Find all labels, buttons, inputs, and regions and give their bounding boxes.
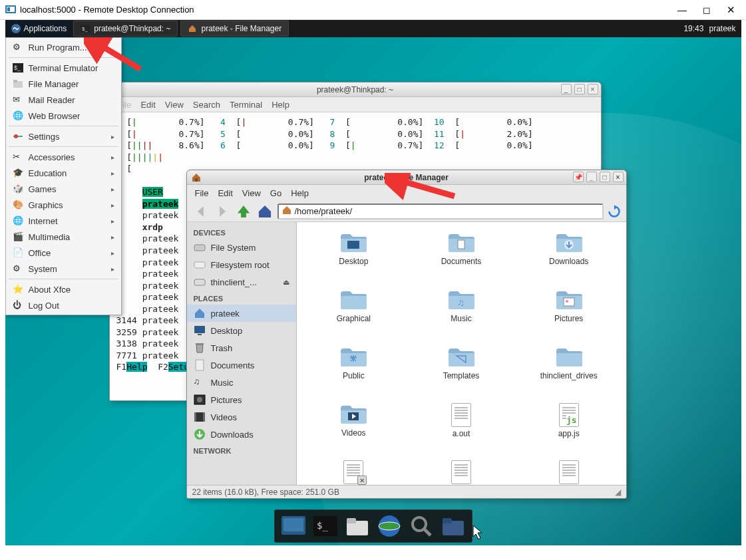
chevron-right-icon: ▸ — [111, 249, 114, 257]
file-label: Music — [451, 314, 471, 323]
sidebar-item-trash[interactable]: Trash — [187, 339, 296, 356]
menu-about[interactable]: ⭐About Xfce — [6, 281, 121, 297]
window-close[interactable]: × — [613, 172, 624, 182]
file-item-public[interactable]: Public — [302, 346, 406, 399]
menu-accessories[interactable]: ✂Accessories▸ — [6, 149, 121, 165]
menu-file[interactable]: File — [195, 188, 209, 198]
menu-search[interactable]: Search — [193, 100, 220, 110]
menu-multimedia[interactable]: 🎬Multimedia▸ — [6, 229, 121, 245]
menu-view[interactable]: View — [165, 100, 184, 110]
svg-rect-44 — [443, 518, 452, 523]
applications-menu-button[interactable]: Applications — [5, 20, 73, 37]
menu-graphics[interactable]: 🎨Graphics▸ — [6, 197, 121, 213]
eject-icon[interactable]: ⏏ — [283, 278, 289, 287]
dock-app-finder[interactable] — [407, 512, 436, 540]
sidebar-item-fsroot[interactable]: Filesystem root — [187, 256, 296, 273]
menu-help[interactable]: Help — [272, 100, 289, 110]
file-item-templates[interactable]: Templates — [409, 346, 513, 399]
taskbar-item-terminal[interactable]: $_ prateek@Thinkpad: ~ — [73, 21, 178, 37]
menu-edit[interactable]: Edit — [140, 100, 155, 110]
menu-file-manager[interactable]: File Manager — [6, 76, 121, 92]
dock-file-manager[interactable] — [343, 512, 372, 540]
dock-folder[interactable] — [439, 512, 468, 540]
window-maximize[interactable]: □ — [600, 172, 610, 182]
file-item-a-out[interactable]: a.out — [409, 403, 513, 456]
file-item-file1-txt[interactable]: ✕file1.txt — [302, 460, 406, 485]
menu-education[interactable]: 🎓Education▸ — [6, 165, 121, 181]
file-item-file2-txt[interactable]: file2.txt — [409, 460, 513, 485]
file-manager-window[interactable]: prateek - File Manager 📌_□× File Edit Vi… — [186, 170, 627, 499]
menu-run-program[interactable]: ⚙Run Program... — [6, 39, 121, 55]
menu-help[interactable]: Help — [291, 188, 309, 198]
file-item-videos[interactable]: Videos — [302, 403, 406, 456]
menu-mail[interactable]: ✉Mail Reader — [6, 92, 121, 108]
refresh-button[interactable] — [608, 205, 621, 218]
sidebar-item-home[interactable]: prateek — [187, 305, 296, 322]
sidebar-item-documents[interactable]: Documents — [187, 356, 296, 374]
file-item-graphical[interactable]: Graphical — [302, 289, 406, 342]
file-item-music[interactable]: ♫Music — [409, 289, 513, 342]
svg-rect-15 — [194, 279, 205, 285]
menu-games[interactable]: 🎲Games▸ — [6, 181, 121, 197]
file-icon: js — [559, 403, 579, 427]
nav-up[interactable] — [235, 204, 252, 219]
menu-system[interactable]: ⚙System▸ — [6, 261, 121, 277]
file-item-thinclient-drives[interactable]: thinclient_drives — [517, 346, 621, 399]
menu-terminal[interactable]: $_Terminal Emulator — [6, 60, 121, 76]
sb-label: Music — [211, 378, 234, 388]
menu-view[interactable]: View — [242, 188, 261, 198]
nav-home[interactable] — [256, 204, 274, 219]
sb-label: File System — [211, 243, 256, 253]
window-minimize[interactable]: _ — [586, 172, 597, 182]
fm-titlebar[interactable]: prateek - File Manager 📌_□× — [187, 170, 626, 185]
maximize-button[interactable]: ◻ — [703, 5, 711, 15]
pin-icon[interactable]: 📌 — [573, 172, 584, 182]
chevron-right-icon: ▸ — [111, 186, 114, 193]
minimize-button[interactable]: — — [677, 5, 687, 15]
resize-grip[interactable]: ◢ — [615, 488, 621, 497]
sidebar-item-pictures[interactable]: Pictures — [187, 391, 296, 408]
menu-settings[interactable]: Settings▸ — [6, 128, 121, 144]
location-bar[interactable]: /home/prateek/ — [278, 204, 604, 219]
menu-terminal[interactable]: Terminal — [230, 100, 262, 110]
menu-office[interactable]: 📄Office▸ — [6, 245, 121, 261]
file-item-app-js[interactable]: jsapp.js — [517, 403, 621, 456]
fm-icon-view[interactable]: DesktopDocumentsDownloadsGraphical♫Music… — [297, 222, 626, 485]
globe-icon: 🌐 — [13, 110, 23, 121]
sidebar-item-videos[interactable]: Videos — [187, 408, 296, 426]
nav-back[interactable] — [192, 204, 210, 219]
dock-web-browser[interactable] — [375, 512, 404, 540]
terminal-icon: $_ — [81, 24, 90, 33]
menu-edit[interactable]: Edit — [218, 188, 232, 198]
dock-terminal[interactable]: $_ — [311, 512, 340, 540]
file-item-pictures[interactable]: Pictures — [517, 289, 621, 342]
menu-label: About Xfce — [29, 285, 71, 295]
sidebar-item-music[interactable]: ♫Music — [187, 374, 296, 391]
terminal-titlebar[interactable]: 📌 prateek@Thinkpad: ~ _□× — [110, 82, 601, 97]
dock-show-desktop[interactable] — [279, 512, 308, 540]
menu-internet[interactable]: 🌐Internet▸ — [6, 213, 121, 229]
close-button[interactable]: ✕ — [727, 4, 735, 16]
sidebar-item-desktop[interactable]: Desktop — [187, 322, 296, 339]
file-item-documents[interactable]: Documents — [409, 231, 513, 285]
file-item-downloads[interactable]: Downloads — [517, 231, 621, 285]
svg-text:♫: ♫ — [457, 297, 465, 308]
window-maximize[interactable]: □ — [574, 84, 585, 94]
sidebar-item-filesystem[interactable]: File System — [187, 239, 296, 256]
accessories-icon: ✂ — [13, 152, 23, 162]
nav-forward[interactable] — [214, 204, 231, 219]
menu-web-browser[interactable]: 🌐Web Browser — [6, 108, 121, 124]
sidebar-item-downloads[interactable]: Downloads — [187, 426, 296, 443]
sidebar-devices-header: DEVICES — [187, 225, 296, 239]
file-label: Desktop — [339, 257, 368, 266]
file-item-hello-txt[interactable]: hello.txt — [517, 460, 621, 485]
menu-go[interactable]: Go — [270, 188, 281, 198]
sidebar-item-thinclient[interactable]: thinclient_...⏏ — [187, 273, 296, 291]
window-close[interactable]: × — [588, 84, 598, 94]
taskbar-item-filemanager[interactable]: prateek - File Manager — [180, 21, 289, 37]
file-item-desktop[interactable]: Desktop — [302, 231, 406, 285]
menu-logout[interactable]: ⏻Log Out — [6, 297, 121, 313]
menu-label: Office — [29, 248, 51, 258]
menu-label: Games — [29, 184, 57, 194]
window-minimize[interactable]: _ — [561, 84, 572, 94]
